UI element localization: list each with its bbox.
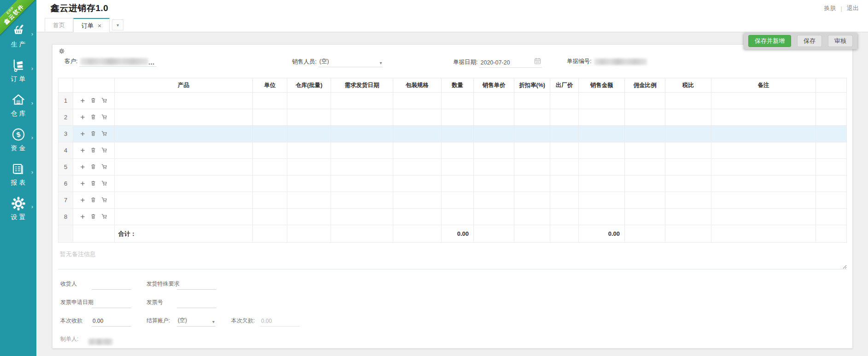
- grid-cell[interactable]: [253, 209, 287, 225]
- grid-cell[interactable]: [331, 192, 393, 209]
- grid-cell[interactable]: [550, 175, 579, 192]
- grid-cell[interactable]: [287, 209, 331, 225]
- grid-cell[interactable]: [253, 175, 287, 192]
- tab-close-icon[interactable]: ×: [98, 23, 101, 29]
- customer-field[interactable]: ...: [79, 58, 157, 67]
- grid-cell[interactable]: [625, 142, 665, 159]
- grid-cell[interactable]: [115, 209, 253, 225]
- grid-cell[interactable]: [550, 93, 579, 109]
- grid-cell[interactable]: [625, 192, 665, 209]
- grid-cell[interactable]: [393, 126, 442, 142]
- grid-cell[interactable]: [393, 159, 442, 175]
- sidebar-item-orders[interactable]: 订单 ›: [0, 58, 36, 93]
- change-skin-link[interactable]: 换肤: [824, 4, 836, 12]
- grid-cell[interactable]: [253, 159, 287, 175]
- grid-cell[interactable]: [816, 192, 847, 209]
- grid-cell[interactable]: [514, 109, 550, 126]
- salesperson-select[interactable]: (空) ▾: [318, 58, 383, 67]
- grid-cell[interactable]: [287, 159, 331, 175]
- grid-cell[interactable]: [711, 159, 816, 175]
- grid-cell[interactable]: [253, 142, 287, 159]
- grid-cell[interactable]: [625, 175, 665, 192]
- customer-more-ellipsis[interactable]: ...: [148, 60, 154, 65]
- grid-cell[interactable]: [331, 159, 393, 175]
- select-product-cart-icon[interactable]: [101, 147, 107, 154]
- received-input[interactable]: [92, 317, 131, 327]
- save-button[interactable]: 保存: [797, 35, 822, 47]
- doc-date-field[interactable]: 2020-07-20: [479, 58, 542, 68]
- grid-cell[interactable]: [253, 109, 287, 126]
- grid-cell[interactable]: [253, 93, 287, 109]
- grid-cell[interactable]: [550, 109, 579, 126]
- grid-cell[interactable]: [287, 192, 331, 209]
- grid-cell[interactable]: [115, 192, 253, 209]
- grid-cell[interactable]: [625, 159, 665, 175]
- add-row-icon[interactable]: [80, 131, 85, 138]
- grid-cell[interactable]: [253, 126, 287, 142]
- grid-cell[interactable]: [514, 93, 550, 109]
- save-and-new-button[interactable]: 保存并新增: [748, 35, 791, 47]
- grid-cell[interactable]: [442, 159, 474, 175]
- grid-cell[interactable]: [625, 93, 665, 109]
- grid-cell[interactable]: [816, 142, 847, 159]
- select-product-cart-icon[interactable]: [101, 164, 107, 171]
- grid-cell[interactable]: [579, 109, 625, 126]
- grid-cell[interactable]: [393, 209, 442, 225]
- grid-cell[interactable]: [665, 209, 711, 225]
- grid-cell[interactable]: [665, 159, 711, 175]
- grid-cell[interactable]: [331, 109, 393, 126]
- grid-cell[interactable]: [287, 109, 331, 126]
- grid-cell[interactable]: [442, 209, 474, 225]
- panel-settings-gear-icon[interactable]: [58, 47, 847, 55]
- tab-home[interactable]: 首页: [45, 18, 73, 32]
- tab-orders[interactable]: 订单 ×: [73, 18, 110, 32]
- grid-cell[interactable]: [474, 209, 514, 225]
- grid-cell[interactable]: [711, 209, 816, 225]
- grid-cell[interactable]: [393, 142, 442, 159]
- grid-cell[interactable]: [665, 126, 711, 142]
- grid-cell[interactable]: [393, 93, 442, 109]
- delete-row-icon[interactable]: [91, 114, 96, 121]
- invoice-no-input[interactable]: [177, 298, 216, 308]
- grid-cell[interactable]: [711, 142, 816, 159]
- delete-row-icon[interactable]: [91, 214, 96, 221]
- grid-cell[interactable]: [442, 142, 474, 159]
- grid-cell[interactable]: [625, 209, 665, 225]
- sidebar-item-settings[interactable]: 设置 ›: [0, 197, 36, 231]
- grid-cell[interactable]: [474, 109, 514, 126]
- shipping-requirements-input[interactable]: [177, 280, 216, 290]
- grid-cell[interactable]: [474, 159, 514, 175]
- grid-cell[interactable]: [579, 142, 625, 159]
- grid-cell[interactable]: [816, 159, 847, 175]
- sidebar-item-funds[interactable]: $ 资金 ›: [0, 128, 36, 162]
- grid-cell[interactable]: [625, 126, 665, 142]
- delete-row-icon[interactable]: [91, 131, 96, 138]
- grid-cell[interactable]: [393, 109, 442, 126]
- consignee-input[interactable]: [92, 280, 131, 290]
- delete-row-icon[interactable]: [91, 181, 96, 187]
- grid-cell[interactable]: [550, 159, 579, 175]
- grid-cell[interactable]: [331, 142, 393, 159]
- add-row-icon[interactable]: [80, 181, 85, 187]
- grid-cell[interactable]: [579, 209, 625, 225]
- grid-cell[interactable]: [442, 192, 474, 209]
- grid-cell[interactable]: [550, 192, 579, 209]
- grid-cell[interactable]: [474, 175, 514, 192]
- add-row-icon[interactable]: [80, 147, 85, 154]
- select-product-cart-icon[interactable]: [101, 214, 107, 221]
- sidebar-item-warehouse[interactable]: 仓库 ›: [0, 93, 36, 128]
- add-row-icon[interactable]: [80, 164, 85, 171]
- grid-cell[interactable]: [665, 192, 711, 209]
- grid-cell[interactable]: [115, 93, 253, 109]
- grid-cell[interactable]: [711, 93, 816, 109]
- grid-cell[interactable]: [514, 159, 550, 175]
- grid-cell[interactable]: [331, 209, 393, 225]
- grid-cell[interactable]: [393, 175, 442, 192]
- grid-cell[interactable]: [711, 126, 816, 142]
- delete-row-icon[interactable]: [91, 197, 96, 204]
- select-product-cart-icon[interactable]: [101, 131, 107, 138]
- add-row-icon[interactable]: [80, 98, 85, 105]
- select-product-cart-icon[interactable]: [101, 114, 107, 121]
- grid-cell[interactable]: [474, 93, 514, 109]
- grid-cell[interactable]: [665, 109, 711, 126]
